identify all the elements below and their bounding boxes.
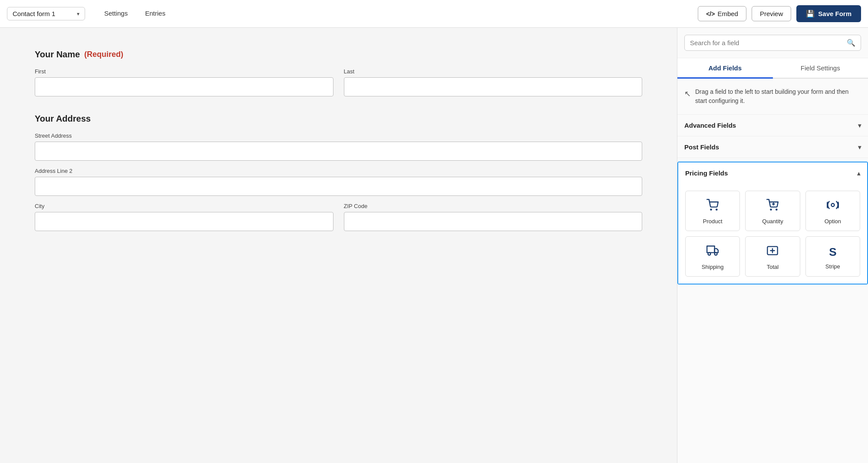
- product-icon: [706, 199, 719, 214]
- total-label: Total: [767, 264, 779, 270]
- svg-point-6: [831, 204, 834, 207]
- last-name-label: Last: [344, 68, 643, 75]
- svg-point-10: [715, 253, 717, 255]
- pricing-fields-label: Pricing Fields: [685, 169, 728, 177]
- svg-point-0: [710, 209, 711, 210]
- save-form-button[interactable]: 💾 Save Form: [796, 5, 861, 22]
- city-input[interactable]: [35, 212, 333, 231]
- topbar: Contact form 1 ▾ Settings Entries </> Em…: [0, 0, 868, 28]
- embed-button[interactable]: </> Embed: [698, 6, 746, 21]
- embed-code-icon: </>: [706, 10, 715, 17]
- pricing-fields-grid: Product Quantity: [678, 184, 867, 284]
- chevron-down-icon: ▾: [77, 11, 79, 17]
- main-layout: Your Name (Required) First Last Your Add…: [0, 28, 868, 463]
- first-name-input[interactable]: [35, 77, 333, 96]
- address2-group: Address Line 2: [35, 168, 642, 196]
- field-card-product[interactable]: Product: [685, 191, 740, 231]
- street-row: Street Address: [35, 132, 642, 161]
- svg-point-1: [716, 209, 717, 210]
- chevron-down-icon: ▾: [858, 122, 861, 129]
- form-name-label: Contact form 1: [13, 10, 73, 17]
- last-name-group: Last: [344, 68, 643, 96]
- topbar-right: </> Embed Preview 💾 Save Form: [698, 5, 861, 22]
- name-section: Your Name (Required) First Last: [35, 50, 642, 96]
- field-card-quantity[interactable]: Quantity: [745, 191, 800, 231]
- tab-add-fields[interactable]: Add Fields: [677, 58, 773, 78]
- drag-hint: ↖ Drag a field to the left to start buil…: [677, 79, 868, 115]
- shipping-label: Shipping: [702, 264, 724, 270]
- cursor-icon: ↖: [684, 88, 691, 100]
- svg-point-2: [771, 209, 772, 210]
- accordion-header-advanced[interactable]: Advanced Fields ▾: [677, 115, 868, 136]
- option-icon: [827, 199, 839, 214]
- chevron-down-icon: ▾: [858, 144, 861, 151]
- street-input[interactable]: [35, 142, 642, 161]
- field-card-option[interactable]: Option: [805, 191, 860, 231]
- first-name-group: First: [35, 68, 333, 96]
- accordion-pricing-fields: Pricing Fields ▴ Product: [677, 162, 868, 284]
- stripe-icon: S: [829, 245, 836, 259]
- svg-point-3: [776, 209, 777, 210]
- city-label: City: [35, 203, 333, 209]
- option-label: Option: [825, 218, 841, 225]
- form-selector[interactable]: Contact form 1 ▾: [7, 7, 85, 20]
- shipping-icon: [706, 245, 719, 259]
- zip-group: ZIP Code: [344, 203, 643, 231]
- search-icon: 🔍: [847, 39, 855, 47]
- search-bar-wrapper: 🔍: [677, 28, 868, 58]
- search-input[interactable]: [690, 39, 843, 46]
- advanced-fields-label: Advanced Fields: [684, 122, 736, 129]
- total-icon: [766, 245, 779, 259]
- name-title-text: Your Name: [35, 50, 80, 60]
- product-label: Product: [703, 218, 723, 225]
- panel-tabs: Add Fields Field Settings: [677, 58, 868, 79]
- accordion-advanced-fields: Advanced Fields ▾: [677, 115, 868, 136]
- field-card-shipping[interactable]: Shipping: [685, 236, 740, 277]
- address2-input[interactable]: [35, 177, 642, 196]
- address-section-title: Your Address: [35, 114, 642, 124]
- accordion-header-post[interactable]: Post Fields ▾: [677, 136, 868, 158]
- quantity-label: Quantity: [762, 218, 783, 225]
- name-row: First Last: [35, 68, 642, 96]
- city-zip-row: City ZIP Code: [35, 203, 642, 231]
- preview-button[interactable]: Preview: [752, 6, 791, 21]
- zip-label: ZIP Code: [344, 203, 643, 209]
- search-bar: 🔍: [684, 35, 861, 51]
- street-label: Street Address: [35, 132, 642, 139]
- address-title-text: Your Address: [35, 114, 91, 124]
- required-badge: (Required): [84, 50, 123, 59]
- address2-row: Address Line 2: [35, 168, 642, 196]
- chevron-up-icon: ▴: [857, 170, 860, 177]
- save-icon: 💾: [806, 10, 815, 18]
- topbar-nav: Settings Entries: [96, 0, 174, 28]
- first-name-label: First: [35, 68, 333, 75]
- topbar-left: Contact form 1 ▾ Settings Entries: [7, 0, 174, 28]
- drag-hint-text: Drag a field to the left to start buildi…: [695, 87, 861, 106]
- quantity-icon: [766, 199, 779, 214]
- address-section: Your Address Street Address Address Line…: [35, 114, 642, 231]
- svg-point-9: [708, 253, 711, 255]
- svg-rect-7: [707, 246, 715, 253]
- field-card-total[interactable]: Total: [745, 236, 800, 277]
- accordion-header-pricing[interactable]: Pricing Fields ▴: [678, 162, 867, 184]
- field-card-stripe[interactable]: S Stripe: [805, 236, 860, 277]
- tab-field-settings[interactable]: Field Settings: [773, 58, 868, 78]
- right-panel: 🔍 Add Fields Field Settings ↖ Drag a fie…: [677, 28, 868, 463]
- svg-marker-8: [715, 248, 718, 252]
- nav-entries[interactable]: Entries: [136, 0, 174, 28]
- name-section-title: Your Name (Required): [35, 50, 642, 60]
- last-name-input[interactable]: [344, 77, 643, 96]
- nav-settings[interactable]: Settings: [96, 0, 136, 28]
- accordion-post-fields: Post Fields ▾: [677, 136, 868, 158]
- street-group: Street Address: [35, 132, 642, 161]
- city-group: City: [35, 203, 333, 231]
- form-canvas: Your Name (Required) First Last Your Add…: [0, 28, 677, 463]
- zip-input[interactable]: [344, 212, 643, 231]
- stripe-label: Stripe: [825, 263, 840, 270]
- post-fields-label: Post Fields: [684, 143, 719, 151]
- address2-label: Address Line 2: [35, 168, 642, 174]
